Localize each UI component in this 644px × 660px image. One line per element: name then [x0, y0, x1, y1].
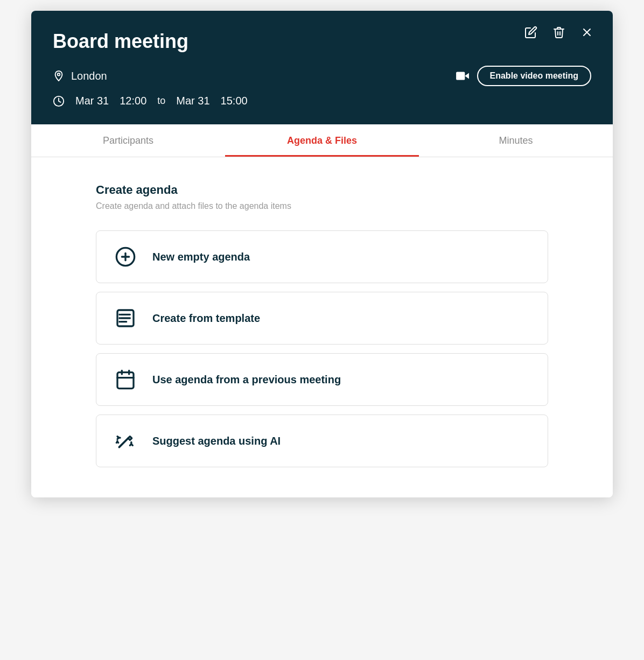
svg-line-20 [119, 438, 128, 447]
svg-rect-3 [456, 72, 465, 80]
svg-rect-15 [119, 321, 121, 322]
agenda-section-desc: Create agenda and attach files to the ag… [96, 201, 548, 211]
svg-point-2 [58, 73, 60, 76]
time-row: Mar 31 12:00 to Mar 31 15:00 [53, 95, 591, 107]
plus-circle-icon [114, 245, 137, 269]
video-section: Enable video meeting [456, 66, 591, 86]
location-icon [53, 70, 65, 82]
previous-meeting-label: Use agenda from a previous meeting [152, 374, 341, 386]
ai-suggest-option[interactable]: Suggest agenda using AI [96, 415, 548, 467]
list-icon [114, 306, 137, 330]
svg-rect-16 [117, 373, 134, 389]
trash-icon [552, 26, 565, 39]
video-icon [456, 69, 470, 83]
time-to-separator: to [157, 95, 165, 107]
agenda-section-title: Create agenda [96, 183, 548, 197]
close-button[interactable] [578, 24, 596, 41]
delete-button[interactable] [550, 24, 568, 41]
meeting-title: Board meeting [53, 30, 591, 53]
new-empty-agenda-option[interactable]: New empty agenda [96, 230, 548, 283]
time-start: 12:00 [120, 95, 146, 107]
svg-rect-13 [119, 314, 121, 315]
tab-agenda-files[interactable]: Agenda & Files [225, 124, 419, 157]
create-from-template-option[interactable]: Create from template [96, 292, 548, 345]
tab-participants[interactable]: Participants [31, 124, 225, 157]
location-text: London [71, 70, 107, 82]
date-end: Mar 31 [176, 95, 209, 107]
tab-minutes[interactable]: Minutes [419, 124, 613, 157]
enable-video-button[interactable]: Enable video meeting [477, 66, 591, 86]
modal-content: Create agenda Create agenda and attach f… [31, 157, 613, 497]
ai-suggest-label: Suggest agenda using AI [152, 435, 281, 447]
tab-bar: Participants Agenda & Files Minutes [31, 124, 613, 157]
meeting-modal: Board meeting London Enable video meetin… [31, 11, 613, 497]
modal-header: Board meeting London Enable video meetin… [31, 11, 613, 124]
create-from-template-label: Create from template [152, 312, 260, 325]
new-empty-agenda-label: New empty agenda [152, 251, 250, 263]
location-row: London Enable video meeting [53, 66, 591, 86]
previous-meeting-agenda-option[interactable]: Use agenda from a previous meeting [96, 353, 548, 406]
close-icon [580, 26, 593, 39]
header-actions [522, 24, 596, 41]
ai-wand-icon [114, 429, 137, 453]
svg-rect-14 [119, 317, 121, 319]
edit-button[interactable] [522, 24, 540, 41]
clock-icon [53, 95, 65, 107]
edit-icon [524, 26, 537, 39]
calendar-icon [114, 368, 137, 391]
time-end: 15:00 [221, 95, 248, 107]
date-start: Mar 31 [75, 95, 109, 107]
svg-line-24 [118, 437, 119, 438]
